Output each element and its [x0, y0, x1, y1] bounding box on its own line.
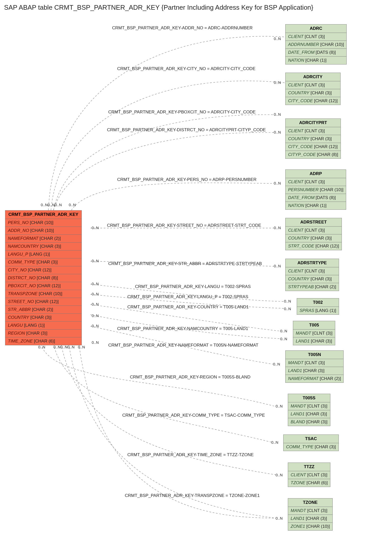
cardinality-label: 0..N — [274, 264, 281, 268]
relation-label: CRMT_BSP_PARTNER_ADR_KEY-DISTRCT_NO = AD… — [107, 127, 266, 133]
cardinality-label: 0..N — [284, 299, 291, 303]
cardinality-label: 0..N0..N0..N — [53, 345, 75, 349]
table-ref: TTZZCLIENT [CLNT (3)]TZONE [CHAR (6)] — [288, 463, 330, 487]
table-column: REGION [CHAR (3)] — [5, 330, 82, 337]
page-title: SAP ABAP table CRMT_BSP_PARTNER_ADR_KEY … — [4, 4, 392, 11]
table-ref: ADRCCLIENT [CLNT (3)]ADDRNUMBER [CHAR (1… — [285, 24, 347, 64]
cardinality-label: 0..N — [271, 440, 278, 444]
table-column: BLAND [CHAR (3)] — [288, 418, 330, 426]
table-column: LAND1 [CHAR (3)] — [286, 367, 343, 375]
table-ref: T005SMANDT [CLNT (3)]LAND1 [CHAR (3)]BLA… — [288, 394, 330, 426]
cardinality-label: 0..N — [92, 302, 99, 306]
cardinality-label: 0..N — [274, 80, 281, 85]
cardinality-label: 0..N — [38, 345, 45, 349]
table-ref: ADRSTREETCLIENT [CLNT (3)]COUNTRY [CHAR … — [285, 218, 342, 250]
table-ref: T005MANDT [CLNT (3)]LAND1 [CHAR (3)] — [293, 321, 335, 345]
table-header: TTZZ — [288, 463, 330, 471]
cardinality-label: 0..N — [274, 112, 281, 116]
relation-label: CRMT_BSP_PARTNER_ADR_KEY-STREET_NO = ADR… — [107, 223, 261, 228]
table-column: LAND1 [CHAR (3)] — [293, 337, 335, 345]
table-column: COUNTRY [CHAR (3)] — [286, 234, 342, 242]
table-ref: T005NMANDT [CLNT (3)]LAND1 [CHAR (3)]NAM… — [285, 350, 344, 383]
table-header: T005 — [293, 321, 335, 330]
table-header: T002 — [297, 298, 339, 307]
table-header: T005S — [288, 394, 330, 402]
table-column: PBOXCIT_NO [CHAR (12)] — [5, 282, 82, 290]
table-column: ZONE1 [CHAR (10)] — [288, 523, 332, 530]
table-column: NAMCOUNTRY [CHAR (3)] — [5, 243, 82, 251]
table-header: ADRCITY — [286, 73, 340, 81]
cardinality-label: 0..N — [276, 516, 283, 520]
table-column: PERS_NO [CHAR (10)] — [5, 219, 82, 227]
table-column: PERSNUMBER [CHAR (10)] — [286, 186, 346, 194]
table-column: COUNTRY [CHAR (3)] — [5, 314, 82, 322]
cardinality-label: 0..N — [69, 203, 76, 207]
table-column: TZONE [CHAR (6)] — [288, 479, 330, 487]
table-column: TIME_ZONE [CHAR (6)] — [5, 337, 82, 345]
table-column: LAND1 [CHAR (3)] — [288, 515, 332, 523]
table-column: MANDT [CLNT (3)] — [288, 402, 330, 410]
cardinality-label: 0..N — [274, 130, 281, 134]
table-column: LANGU [LANG (1)] — [5, 322, 82, 330]
relation-label: CRMT_BSP_PARTNER_ADR_KEY-COMM_TYPE = TSA… — [122, 413, 265, 418]
table-column: NATION [CHAR (1)] — [286, 202, 346, 209]
cardinality-label: 0..N — [92, 282, 99, 286]
cardinality-label: 0..N — [273, 362, 280, 366]
table-ref: ADRSTRTYPECLIENT [CLNT (3)]COUNTRY [CHAR… — [285, 259, 339, 291]
table-column: COUNTRY [CHAR (3)] — [286, 135, 341, 143]
relation-label: CRMT_BSP_PARTNER_ADR_KEY-STR_ABBR = ADRS… — [108, 261, 262, 266]
table-column: ADDRNUMBER [CHAR (10)] — [286, 41, 346, 49]
cardinality-label: 0..N — [276, 473, 283, 477]
cardinality-label: 0..N — [92, 340, 99, 345]
table-main: CRMT_BSP_PARTNER_ADR_KEYPERS_NO [CHAR (1… — [5, 210, 82, 345]
table-column: CLIENT [CLNT (3)] — [288, 471, 330, 479]
table-column: DATE_FROM [DATS (8)] — [286, 49, 346, 57]
cardinality-label: 0..N — [92, 259, 99, 263]
table-column: STREET_NO [CHAR (12)] — [5, 298, 82, 306]
table-ref: ADRCITYCLIENT [CLNT (3)]COUNTRY [CHAR (3… — [285, 73, 341, 105]
cardinality-label: 0..N — [280, 329, 287, 333]
relation-label: CRMT_BSP_PARTNER_ADR_KEY-NAMEFORMAT = T0… — [108, 343, 258, 348]
table-ref: TZONEMANDT [CLNT (3)]LAND1 [CHAR (3)]ZON… — [288, 498, 333, 531]
relation-label: CRMT_BSP_PARTNER_ADR_KEY-LANGU_P = T002-… — [127, 294, 248, 299]
cardinality-label: 0..N — [78, 345, 85, 349]
table-column: ADDR_NO [CHAR (10)] — [5, 227, 82, 235]
table-header: CRMT_BSP_PARTNER_ADR_KEY — [5, 210, 82, 219]
cardinality-label: 0..N — [274, 36, 281, 41]
cardinality-label: 0..N — [280, 337, 287, 341]
er-diagram: CRMT_BSP_PARTNER_ADR_KEYPERS_NO [CHAR (1… — [3, 14, 389, 553]
cardinality-label: 0..N — [274, 226, 281, 230]
table-column: STRTYPEAB [CHAR (2)] — [286, 283, 339, 291]
table-column: DATE_FROM [DATS (8)] — [286, 194, 346, 202]
table-column: COUNTRY [CHAR (3)] — [286, 89, 340, 97]
table-column: COMM_TYPE [CHAR (3)] — [5, 258, 82, 266]
table-header: ADRP — [286, 170, 346, 178]
table-column: CITY_NO [CHAR (12)] — [5, 266, 82, 274]
table-column: MANDT [CLNT (3)] — [288, 507, 332, 515]
table-column: CITYP_CODE [CHAR (8)] — [286, 151, 341, 159]
table-column: CLIENT [CLNT (3)] — [286, 81, 340, 89]
table-column: STR_ABBR [CHAR (2)] — [5, 306, 82, 314]
relation-label: CRMT_BSP_PARTNER_ADR_KEY-REGION = T005S-… — [130, 375, 250, 380]
relation-label: CRMT_BSP_PARTNER_ADR_KEY-ADDR_NO = ADRC-… — [112, 25, 253, 31]
relation-label: CRMT_BSP_PARTNER_ADR_KEY-TIME_ZONE = TTZ… — [127, 452, 254, 457]
table-column: LAND1 [CHAR (3)] — [288, 410, 330, 418]
relation-label: CRMT_BSP_PARTNER_ADR_KEY-NAMCOUNTRY = T0… — [117, 326, 248, 331]
relation-label: CRMT_BSP_PARTNER_ADR_KEY-PBOXCIT_NO = AD… — [108, 110, 256, 115]
table-ref: T002SPRAS [LANG (1)] — [297, 298, 339, 315]
table-column: NATION [CHAR (1)] — [286, 57, 346, 64]
table-column: COMM_TYPE [CHAR (3)] — [283, 443, 339, 451]
cardinality-label: 0..N — [284, 307, 291, 311]
table-column: CLIENT [CLNT (3)] — [286, 127, 341, 135]
table-column: SPRAS [LANG (1)] — [297, 307, 339, 314]
table-column: DISTRCT_NO [CHAR (8)] — [5, 274, 82, 282]
cardinality-label: 0..N — [92, 313, 99, 318]
table-column: LANGU_P [LANG (1)] — [5, 251, 82, 258]
cardinality-label: 0..N0..N0..N — [41, 203, 62, 207]
cardinality-label: 0..N — [92, 226, 99, 230]
table-column: CLIENT [CLNT (3)] — [286, 33, 346, 41]
cardinality-label: 0..N — [276, 404, 283, 408]
table-ref: ADRPCLIENT [CLNT (3)]PERSNUMBER [CHAR (1… — [285, 169, 346, 210]
cardinality-label: 0..N — [274, 181, 281, 185]
table-column: CLIENT [CLNT (3)] — [286, 267, 339, 275]
